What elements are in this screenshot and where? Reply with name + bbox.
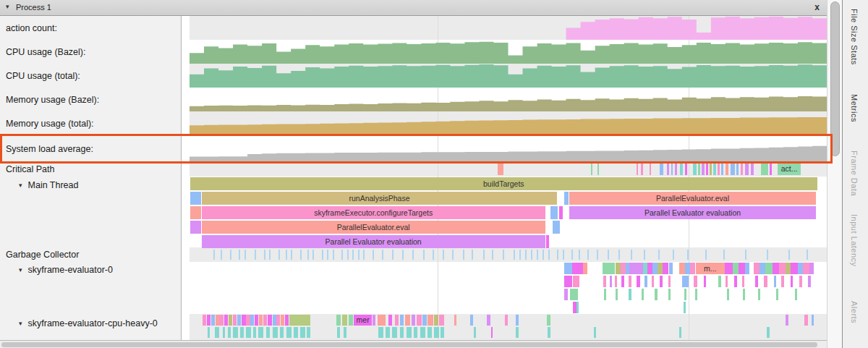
gc-tick[interactable]	[548, 250, 550, 260]
evaluator0-slice[interactable]	[809, 263, 814, 274]
gc-tick[interactable]	[472, 250, 473, 260]
cpu-heavy-slice[interactable]	[224, 315, 228, 326]
cpu-heavy-slice[interactable]	[400, 315, 404, 326]
collapse-triangle-icon[interactable]: ▾	[19, 320, 22, 327]
gc-tick[interactable]	[571, 250, 573, 260]
evaluator0-slice[interactable]	[629, 263, 643, 274]
gc-tick[interactable]	[531, 250, 532, 260]
cpu-heavy-slice[interactable]	[378, 315, 386, 326]
evaluator0-slice[interactable]	[572, 263, 584, 274]
gc-tick[interactable]	[452, 250, 454, 260]
horizontal-scrollbar-thumb[interactable]	[1, 342, 817, 347]
evaluator0-slice[interactable]	[660, 276, 663, 287]
evaluator0-slice[interactable]	[604, 289, 607, 300]
gc-tick[interactable]	[557, 250, 558, 260]
evaluator0-slice[interactable]	[704, 276, 707, 287]
cpu-heavy-slice[interactable]	[336, 315, 341, 326]
cpu-heavy-slice[interactable]	[516, 315, 519, 326]
collapse-triangle-icon[interactable]: ▾	[6, 3, 9, 10]
evaluator0-slice[interactable]	[564, 276, 572, 287]
critical-path-track[interactable]: act...	[190, 162, 827, 177]
critical-path-tick[interactable]	[667, 164, 669, 175]
main-thread-slice-labeled[interactable]: ParallelEvaluator.eval	[569, 192, 816, 205]
evaluator0-slice[interactable]	[621, 263, 626, 274]
evaluator0-slice[interactable]	[564, 263, 572, 274]
evaluator0-slice[interactable]	[739, 263, 745, 274]
cpu-heavy-slice[interactable]	[417, 315, 422, 326]
cpu-heavy-slice[interactable]	[434, 315, 438, 326]
cpu-heavy-slice[interactable]	[246, 327, 251, 338]
critical-path-tick[interactable]	[745, 164, 749, 175]
gc-tick[interactable]	[579, 250, 580, 260]
evaluator0-slice[interactable]	[726, 276, 728, 287]
cpu-heavy-slice[interactable]	[207, 315, 210, 326]
critical-path-tick[interactable]	[660, 164, 663, 175]
cpu-heavy-slice[interactable]	[219, 315, 223, 326]
evaluator0-slice-labeled[interactable]: m...	[696, 263, 726, 274]
main-thread-slice[interactable]	[190, 221, 201, 234]
gc-tick[interactable]	[673, 250, 674, 260]
critical-path-tick[interactable]	[637, 164, 638, 175]
main-thread-slice[interactable]	[190, 206, 201, 219]
evaluator0-slice[interactable]	[695, 289, 698, 300]
evaluator0-slice[interactable]	[668, 289, 671, 300]
metric-chart-4[interactable]	[190, 111, 827, 135]
gc-tick[interactable]	[363, 250, 365, 260]
evaluator0-slice[interactable]	[795, 289, 798, 300]
cpu-heavy-slice[interactable]	[548, 327, 550, 338]
evaluator0-slice[interactable]	[694, 276, 697, 287]
cpu-heavy-slice-labeled[interactable]: mer	[354, 315, 372, 326]
cpu-heavy-slice[interactable]	[454, 315, 457, 326]
gc-tick[interactable]	[327, 250, 328, 260]
evaluator0-slice[interactable]	[764, 276, 767, 287]
cpu-heavy-slice[interactable]	[439, 315, 444, 326]
gc-tick[interactable]	[312, 250, 314, 260]
cpu-heavy-slice[interactable]	[233, 315, 237, 326]
gc-tick[interactable]	[286, 250, 287, 260]
gc-tick[interactable]	[244, 250, 246, 260]
main-thread-slice-labeled[interactable]: Parallel Evaluator evaluation	[569, 206, 816, 219]
evaluator0-slice[interactable]	[685, 263, 690, 274]
evaluator0-slice[interactable]	[733, 263, 739, 274]
horizontal-scrollbar[interactable]	[0, 340, 827, 348]
evaluator0-slice[interactable]	[668, 276, 671, 287]
cpu-heavy-slice[interactable]	[300, 327, 305, 338]
cpu-heavy-slice[interactable]	[289, 315, 310, 326]
skyframe-evaluator-0-track[interactable]: m...	[190, 262, 827, 314]
evaluator0-slice[interactable]	[690, 263, 695, 274]
gc-tick[interactable]	[347, 250, 349, 260]
gc-tick[interactable]	[230, 250, 231, 260]
tab-file-size-stats[interactable]: File Size Stats	[850, 9, 859, 65]
evaluator0-slice[interactable]	[603, 276, 606, 287]
cpu-heavy-slice[interactable]	[679, 327, 682, 338]
cpu-heavy-slice[interactable]	[237, 315, 241, 326]
main-thread-slice[interactable]	[546, 235, 549, 248]
garbage-collector-track[interactable]	[190, 247, 827, 262]
critical-path-tick[interactable]	[710, 164, 712, 175]
gc-tick[interactable]	[608, 250, 609, 260]
evaluator0-slice[interactable]	[786, 263, 791, 274]
main-thread-slice-labeled[interactable]: buildTargets	[190, 177, 817, 190]
gc-tick[interactable]	[519, 250, 521, 260]
gc-tick[interactable]	[597, 250, 598, 260]
evaluator0-slice[interactable]	[781, 276, 784, 287]
critical-path-action-chip[interactable]: act...	[778, 163, 801, 175]
cpu-heavy-slice[interactable]	[211, 315, 215, 326]
cpu-heavy-slice[interactable]	[233, 327, 238, 338]
evaluator0-slice[interactable]	[718, 276, 721, 287]
evaluator0-slice[interactable]	[684, 289, 687, 300]
critical-path-tick[interactable]	[675, 164, 677, 175]
cpu-heavy-slice[interactable]	[240, 327, 243, 338]
gc-tick[interactable]	[333, 250, 334, 260]
vertical-scrollbar-thumb[interactable]	[830, 1, 840, 156]
gc-tick[interactable]	[300, 250, 302, 260]
evaluator0-slice[interactable]	[644, 276, 647, 287]
critical-path-tick[interactable]	[741, 164, 743, 175]
critical-path-tick[interactable]	[641, 164, 643, 175]
critical-path-tick[interactable]	[713, 164, 716, 175]
tab-frame-data[interactable]: Frame Data	[850, 150, 859, 196]
evaluator0-slice[interactable]	[798, 263, 803, 274]
metric-chart-3[interactable]	[190, 88, 827, 111]
gc-tick[interactable]	[392, 250, 393, 260]
cpu-heavy-slice[interactable]	[516, 327, 519, 338]
